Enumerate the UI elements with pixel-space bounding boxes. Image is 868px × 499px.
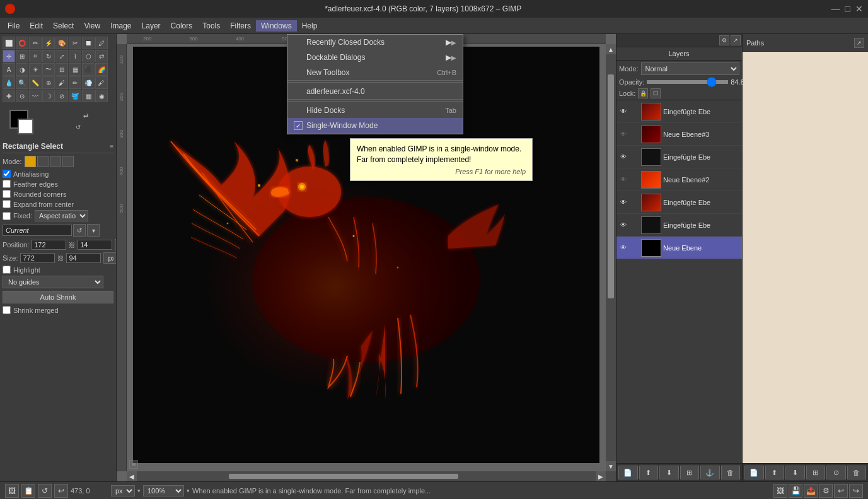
mode-intersect[interactable] (62, 156, 74, 167)
layer-mode-select[interactable]: Normal (641, 62, 739, 75)
tool-paths[interactable]: 🖊 (95, 37, 108, 49)
layer-visibility-toggle[interactable]: 👁 (618, 107, 628, 117)
menu-dockable-dialogs[interactable]: Dockable Dialogs ▶ (287, 50, 463, 65)
mode-replace[interactable] (25, 156, 36, 167)
tool-color-picker[interactable]: 💧 (3, 76, 15, 89)
antialiasing-checkbox[interactable] (3, 170, 11, 178)
status-unit-select[interactable]: px (111, 485, 135, 496)
tool-options-menu-icon[interactable]: ≡ (110, 143, 113, 150)
layer-chain-icon[interactable] (630, 244, 639, 252)
menu-filters[interactable]: Filters (225, 20, 256, 32)
background-color[interactable] (18, 119, 33, 134)
layer-visibility-toggle[interactable]: 👁 (618, 175, 628, 185)
vscroll-down-btn[interactable]: ▼ (606, 461, 616, 471)
tool-curves[interactable]: 〜 (42, 63, 55, 76)
layer-item[interactable]: 👁 Neue Ebene#3 (616, 123, 742, 146)
status-unit-arrow[interactable]: ▾ (137, 488, 141, 494)
swap-colors-icon[interactable]: ⇄ (83, 112, 92, 121)
statusbar-image-btn[interactable]: 🖼 (5, 484, 19, 498)
tool-airbrush[interactable]: 💨 (82, 76, 95, 89)
fixed-checkbox[interactable] (3, 212, 11, 220)
tool-threshold[interactable]: ⬛ (82, 63, 95, 76)
layer-chain-icon[interactable] (630, 198, 639, 207)
mode-add[interactable] (37, 156, 49, 167)
layers-expand-btn[interactable]: ↗ (731, 35, 741, 45)
tool-text[interactable]: A (3, 63, 15, 76)
tool-paint[interactable]: 🖌 (55, 76, 68, 89)
layer-item[interactable]: 👁 Neue Ebene#2 (616, 168, 742, 191)
layer-item[interactable]: 👁 Eingefügte Ebe (616, 100, 742, 123)
tool-blend[interactable]: ▦ (82, 90, 95, 102)
tool-ink[interactable]: 🖋 (95, 76, 108, 89)
feather-edges-checkbox[interactable] (3, 180, 11, 188)
size-w-input[interactable] (20, 253, 55, 263)
raise-path-btn[interactable]: ⬆ (765, 466, 785, 479)
fit-page-btn[interactable]: ⊞ (129, 460, 138, 469)
expand-from-center-checkbox[interactable] (3, 200, 11, 208)
vscroll-thumb[interactable] (608, 74, 614, 298)
vertical-scrollbar[interactable]: ▲ ▼ (606, 44, 616, 471)
status-export-btn[interactable]: 📤 (804, 484, 818, 498)
layer-opacity-slider[interactable] (647, 80, 728, 84)
tool-magnify[interactable]: ⊕ (42, 76, 55, 89)
menu-help[interactable]: Help (297, 20, 323, 32)
hscroll-left-btn[interactable]: ◀ (127, 471, 137, 481)
tool-hue-sat[interactable]: 🌈 (95, 63, 108, 76)
layer-visibility-toggle[interactable]: 👁 (618, 197, 628, 208)
new-path-btn[interactable]: 📄 (744, 466, 764, 479)
layer-chain-icon[interactable] (630, 130, 639, 139)
delete-layer-btn[interactable]: 🗑 (721, 466, 741, 479)
zoom-arrow[interactable]: ▾ (187, 488, 190, 494)
menu-hide-docks[interactable]: Hide Docks Tab (287, 103, 463, 118)
lock-alpha-btn[interactable]: ☐ (651, 88, 661, 98)
auto-shrink-button[interactable]: Auto Shrink (3, 291, 113, 303)
layer-visibility-toggle[interactable]: 👁 (618, 243, 628, 253)
lower-layer-btn[interactable]: ⬇ (659, 466, 679, 479)
menu-layer[interactable]: Layer (137, 20, 166, 32)
statusbar-undo-btn[interactable]: ↩ (54, 484, 68, 498)
tool-crop[interactable]: ⌗ (29, 50, 42, 62)
tool-convolve[interactable]: ◉ (95, 90, 108, 102)
tool-foreground-select[interactable]: 🔲 (82, 37, 95, 49)
maximize-button[interactable]: □ (845, 4, 850, 14)
raise-layer-btn[interactable]: ⬆ (639, 466, 659, 479)
menu-image[interactable]: Image (105, 20, 136, 32)
close-button[interactable]: ✕ (855, 4, 863, 14)
menu-file[interactable]: File (3, 20, 25, 32)
menu-tools[interactable]: Tools (197, 20, 225, 32)
tool-brightness[interactable]: ☀ (29, 63, 42, 76)
tool-bucket-fill[interactable]: 🪣 (69, 90, 81, 102)
menu-new-toolbox[interactable]: New Toolbox Ctrl+B (287, 65, 463, 80)
tool-fuzzy-select[interactable]: ⚡ (42, 37, 55, 49)
shrink-merged-checkbox[interactable] (3, 306, 11, 314)
tool-shear[interactable]: ⌇ (69, 50, 81, 62)
tool-perspective[interactable]: ⬡ (82, 50, 95, 62)
hscroll-thumb[interactable] (229, 474, 458, 479)
current-reset-btn[interactable]: ↺ (73, 224, 86, 237)
new-layer-btn[interactable]: 📄 (618, 466, 638, 479)
tab-layers[interactable]: Layers (616, 47, 742, 60)
menu-select[interactable]: Select (48, 20, 79, 32)
tool-align[interactable]: ⊞ (16, 50, 28, 62)
menu-view[interactable]: View (79, 20, 105, 32)
status-history-btn[interactable]: ↩ (834, 484, 848, 498)
tool-eraser[interactable]: ⊘ (55, 90, 68, 102)
tool-ellipse-select[interactable]: ⭕ (16, 37, 28, 49)
rounded-corners-checkbox[interactable] (3, 190, 11, 198)
layer-visibility-toggle[interactable]: 👁 (618, 152, 628, 162)
reset-colors-icon[interactable]: ↺ (76, 124, 84, 132)
path-to-selection-btn[interactable]: ⊙ (826, 466, 846, 479)
pos-x-input[interactable] (32, 240, 66, 250)
pos-chain-icon[interactable]: ⛓ (69, 242, 75, 249)
menu-recently-closed-docks[interactable]: Recently Closed Docks ▶ (287, 35, 463, 50)
menu-single-window-mode[interactable]: ✓ Single-Window Mode (287, 118, 463, 133)
hscroll-right-btn[interactable]: ▶ (596, 471, 606, 481)
size-h-input[interactable] (66, 253, 101, 263)
tool-dodge[interactable]: ☽ (42, 90, 55, 102)
layer-visibility-toggle[interactable]: 👁 (618, 129, 628, 139)
delete-path-btn[interactable]: 🗑 (847, 466, 867, 479)
vscroll-up-btn[interactable]: ▲ (606, 44, 616, 54)
tool-flip[interactable]: ⇄ (95, 50, 108, 62)
tool-measure[interactable]: 📏 (29, 76, 42, 89)
tool-levels[interactable]: ⊟ (55, 63, 68, 76)
